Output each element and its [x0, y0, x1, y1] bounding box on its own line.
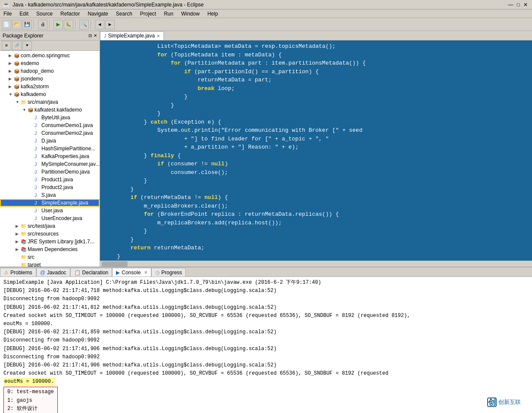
progress-icon: ◷	[155, 270, 160, 276]
tree-item-D[interactable]: J D.java	[0, 137, 100, 145]
tree-item-esdemo[interactable]: ▶ 📦 esdemo	[0, 59, 100, 67]
console-normal-line: Disconnecting from hadoop0:9092	[3, 336, 529, 345]
tab-close-icon[interactable]: ✕	[144, 270, 147, 275]
console-normal-line: Created socket with SO_TIMEOUT = 100000 …	[3, 370, 529, 378]
tab-progress[interactable]: ◷ Progress	[151, 268, 186, 276]
tab-label: Console	[122, 270, 141, 276]
menu-search[interactable]: Search	[114, 10, 134, 18]
output-line-2: 2: 软件设计	[7, 405, 54, 413]
tree-item-ConsumerDemo2[interactable]: J ConsumerDemo2.java	[0, 129, 100, 137]
tree-item-PartitionerDemo[interactable]: J PartitionerDemo.java	[0, 168, 100, 176]
tab-java-icon: J	[104, 33, 106, 38]
watermark-icon: 创	[487, 397, 497, 407]
tree-item-Product2[interactable]: J Product2.java	[0, 183, 100, 191]
tree-item-json[interactable]: ▶ 📦 jsondemo	[0, 75, 100, 83]
open-button[interactable]: 📂	[12, 20, 22, 29]
tab-label: SimpleExample.java	[108, 33, 155, 39]
code-line: }	[103, 109, 529, 118]
save-button[interactable]: 💾	[22, 20, 32, 29]
tree-item-target[interactable]: 📁 target	[0, 261, 100, 267]
prev-button[interactable]: ◀	[95, 20, 104, 29]
code-line: if (returnMetaData != null) {	[103, 193, 529, 202]
tree-item-jre[interactable]: ▶ 📚 JRE System Library [jdk1.7...	[0, 238, 100, 245]
debug-button[interactable]: 🐛	[64, 20, 73, 29]
console-normal-line: eoutMs = 100000.	[3, 320, 529, 328]
tree-item-User[interactable]: J User.java	[0, 207, 100, 214]
java-icon: J	[34, 177, 41, 182]
tree-item-MySimpleConsumer[interactable]: J MySimpleConsumer.jav...	[0, 160, 100, 168]
tree-item-hadoop[interactable]: ▶ 📦 hadoop_demo	[0, 67, 100, 75]
horizontal-scrollbar[interactable]	[100, 261, 532, 267]
menu-file[interactable]: File	[2, 10, 13, 18]
menu-refactor[interactable]: Refactor	[59, 10, 81, 18]
tree-label: src/main/java	[28, 99, 100, 105]
pe-minimize-icon[interactable]: ⊟	[88, 33, 92, 38]
java-icon: J	[34, 115, 41, 120]
arrow-icon: ▶	[9, 77, 14, 81]
minimize-button[interactable]: —	[508, 2, 513, 8]
console-debug-line: [DEBUG] 2016-06-02 21:17:41,859 method:k…	[3, 328, 529, 336]
tree-label: src/test/java	[28, 223, 100, 229]
tree-item-kafka2storm[interactable]: ▶ 📦 kafka2storm	[0, 83, 100, 90]
tree-label: jsondemo	[21, 76, 100, 82]
pkg-icon: 📦	[14, 76, 21, 82]
code-line: consumer.close();	[103, 168, 529, 177]
pe-menu-btn[interactable]: ▼	[22, 41, 32, 50]
tree-item-src-test[interactable]: ▶ 📁 src/test/java	[0, 222, 100, 230]
menu-run[interactable]: Run	[162, 10, 175, 18]
close-button[interactable]: ✕	[523, 2, 528, 8]
tree-label: UserEncoder.java	[41, 215, 100, 221]
tree-item-ByteUtil[interactable]: J ByteUtil.java	[0, 114, 100, 121]
tree-item-ConsumerDemo1[interactable]: J ConsumerDemo1.java	[0, 121, 100, 129]
new-button[interactable]: 📄	[2, 20, 11, 29]
menu-window[interactable]: Window	[179, 10, 201, 18]
console-output[interactable]: SimpleExample [Java Application] C:\Prog…	[0, 277, 532, 413]
tree-item-src-main[interactable]: ▼ 📁 src/main/java	[0, 98, 100, 106]
tab-label: Progress	[161, 270, 182, 276]
tree-item-SimpleExample[interactable]: J SimpleExample.java	[0, 199, 100, 207]
code-editor[interactable]: List<TopicMetadata> metaData = resp.topi…	[100, 40, 532, 261]
maximize-button[interactable]: □	[517, 2, 520, 8]
menu-navigate[interactable]: Navigate	[86, 10, 110, 18]
tree-item-src-folder[interactable]: 📁 src	[0, 253, 100, 261]
tab-close-icon[interactable]: ✕	[156, 34, 160, 38]
next-button[interactable]: ▶	[105, 20, 115, 29]
menu-edit[interactable]: Edit	[18, 10, 30, 18]
tree-item-HashSimple[interactable]: J HashSimplePartitione...	[0, 145, 100, 152]
tree-item-S[interactable]: J S.java	[0, 191, 100, 199]
print-button[interactable]: 🖨	[38, 20, 47, 29]
java-icon: J	[34, 185, 41, 190]
search-button[interactable]: 🔍	[79, 20, 89, 29]
pe-link-btn[interactable]: 🔗	[12, 41, 22, 50]
tab-declaration[interactable]: 📋 Declaration	[70, 268, 113, 276]
console-debug-line: [DEBUG] 2016-06-02 21:17:41,718 method:k…	[3, 287, 529, 295]
pe-collapse-btn[interactable]: ⊞	[2, 41, 11, 50]
tree-item-kafkademo[interactable]: ▼ 📦 kafkademo	[0, 90, 100, 98]
run-button[interactable]: ▶	[53, 20, 63, 29]
arrow-icon: ▶	[9, 61, 14, 65]
main-layout: Package Explorer ⊟ ✕ ⊞ 🔗 ▼ ▶ 📦 com.demo.…	[0, 31, 532, 413]
tab-javadoc[interactable]: @ Javadoc	[36, 268, 70, 276]
console-debug-line: [DEBUG] 2016-06-02 21:17:41,812 method:k…	[3, 304, 529, 312]
tree-item-UserEncoder[interactable]: J UserEncoder.java	[0, 214, 100, 222]
menu-source[interactable]: Source	[34, 10, 54, 18]
editor-tab-SimpleExample[interactable]: J SimpleExample.java ✕	[100, 31, 164, 40]
tree-item-kafkatest[interactable]: ▼ 📦 kafkatest.kakfademo	[0, 106, 100, 114]
folder-icon: 📁	[21, 99, 28, 105]
java-icon: J	[34, 161, 41, 167]
arrow-icon: ▼	[9, 92, 14, 96]
menu-project[interactable]: Project	[138, 10, 158, 18]
tree-item-com_demo[interactable]: ▶ 📦 com.demo.springmvc	[0, 52, 100, 59]
tree-label: PartitionerDemo.java	[41, 169, 100, 175]
java-icon: J	[34, 193, 41, 198]
pe-close-icon[interactable]: ✕	[94, 33, 97, 38]
tree-item-KafkaProperties[interactable]: J KafkaProperties.java	[0, 152, 100, 160]
tree-item-src-resources[interactable]: ▶ 📁 src/resources	[0, 230, 100, 238]
problems-icon: ⚠	[4, 270, 9, 276]
tree-item-Product1[interactable]: J Product1.java	[0, 176, 100, 183]
tab-console[interactable]: ▶ Console ✕	[112, 268, 151, 276]
code-line: } catch (Exception e) {	[103, 118, 529, 127]
tab-problems[interactable]: ⚠ Problems	[0, 268, 36, 276]
menu-help[interactable]: Help	[206, 10, 220, 18]
tree-item-maven[interactable]: ▶ 📚 Maven Dependencies	[0, 245, 100, 253]
